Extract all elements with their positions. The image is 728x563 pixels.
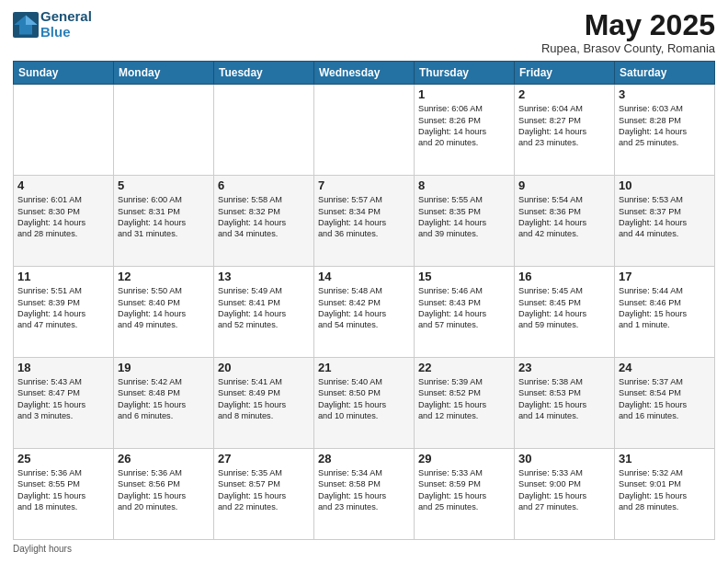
day-number: 20 [218,361,310,374]
day-number: 22 [418,361,510,374]
calendar-cell: 15Sunrise: 5:46 AM Sunset: 8:43 PM Dayli… [415,267,515,358]
calendar-table: Sunday Monday Tuesday Wednesday Thursday… [13,61,715,540]
logo: General Blue [13,9,92,40]
day-number: 21 [318,361,410,374]
day-info: Sunrise: 5:36 AM Sunset: 8:56 PM Dayligh… [118,467,210,513]
footer-note: Daylight hours [13,544,715,554]
calendar-cell [114,85,214,176]
calendar-cell: 12Sunrise: 5:50 AM Sunset: 8:40 PM Dayli… [114,267,214,358]
day-info: Sunrise: 5:32 AM Sunset: 9:01 PM Dayligh… [619,467,711,513]
col-friday: Friday [515,62,615,85]
day-number: 2 [518,87,610,101]
month-title: May 2025 [541,9,715,41]
day-info: Sunrise: 6:03 AM Sunset: 8:28 PM Dayligh… [619,103,711,149]
day-info: Sunrise: 5:34 AM Sunset: 8:58 PM Dayligh… [318,467,410,513]
calendar-cell: 27Sunrise: 5:35 AM Sunset: 8:57 PM Dayli… [214,449,314,540]
day-info: Sunrise: 5:58 AM Sunset: 8:32 PM Dayligh… [218,194,310,240]
week-row-2: 4Sunrise: 6:01 AM Sunset: 8:30 PM Daylig… [14,176,715,267]
week-row-1: 1Sunrise: 6:06 AM Sunset: 8:26 PM Daylig… [14,85,715,176]
calendar-cell: 1Sunrise: 6:06 AM Sunset: 8:26 PM Daylig… [415,85,515,176]
col-saturday: Saturday [615,62,715,85]
calendar-cell [14,85,114,176]
day-info: Sunrise: 5:43 AM Sunset: 8:47 PM Dayligh… [17,376,109,422]
day-number: 10 [619,178,711,192]
day-info: Sunrise: 5:50 AM Sunset: 8:40 PM Dayligh… [118,285,210,331]
day-number: 5 [118,178,210,192]
calendar-cell [214,85,314,176]
day-info: Sunrise: 6:06 AM Sunset: 8:26 PM Dayligh… [418,103,510,149]
subtitle: Rupea, Brasov County, Romania [541,41,715,55]
calendar-cell: 19Sunrise: 5:42 AM Sunset: 8:48 PM Dayli… [114,358,214,449]
header-row: Sunday Monday Tuesday Wednesday Thursday… [14,62,715,85]
day-number: 16 [518,270,610,283]
week-row-4: 18Sunrise: 5:43 AM Sunset: 8:47 PM Dayli… [14,358,715,449]
day-number: 14 [318,270,410,283]
day-number: 27 [218,452,310,465]
day-info: Sunrise: 5:37 AM Sunset: 8:54 PM Dayligh… [619,376,711,422]
week-row-5: 25Sunrise: 5:36 AM Sunset: 8:55 PM Dayli… [14,449,715,540]
day-info: Sunrise: 5:55 AM Sunset: 8:35 PM Dayligh… [418,194,510,240]
col-thursday: Thursday [415,62,515,85]
day-info: Sunrise: 5:35 AM Sunset: 8:57 PM Dayligh… [218,467,310,513]
day-number: 24 [619,361,711,374]
calendar-cell: 4Sunrise: 6:01 AM Sunset: 8:30 PM Daylig… [14,176,114,267]
day-info: Sunrise: 5:36 AM Sunset: 8:55 PM Dayligh… [17,467,109,513]
day-info: Sunrise: 5:45 AM Sunset: 8:45 PM Dayligh… [518,285,610,331]
day-info: Sunrise: 5:33 AM Sunset: 8:59 PM Dayligh… [418,467,510,513]
calendar-cell: 11Sunrise: 5:51 AM Sunset: 8:39 PM Dayli… [14,267,114,358]
day-number: 29 [418,452,510,465]
day-number: 13 [218,270,310,283]
day-info: Sunrise: 5:40 AM Sunset: 8:50 PM Dayligh… [318,376,410,422]
day-info: Sunrise: 5:48 AM Sunset: 8:42 PM Dayligh… [318,285,410,331]
page: General Blue May 2025 Rupea, Brasov Coun… [0,0,728,563]
calendar-cell: 29Sunrise: 5:33 AM Sunset: 8:59 PM Dayli… [415,449,515,540]
day-number: 25 [17,452,109,465]
calendar-cell: 7Sunrise: 5:57 AM Sunset: 8:34 PM Daylig… [314,176,415,267]
day-number: 28 [318,452,410,465]
day-number: 8 [418,178,510,192]
col-wednesday: Wednesday [314,62,415,85]
col-sunday: Sunday [14,62,114,85]
day-info: Sunrise: 6:01 AM Sunset: 8:30 PM Dayligh… [17,194,109,240]
day-info: Sunrise: 5:54 AM Sunset: 8:36 PM Dayligh… [518,194,610,240]
day-number: 26 [118,452,210,465]
day-number: 12 [118,270,210,283]
calendar-cell: 2Sunrise: 6:04 AM Sunset: 8:27 PM Daylig… [515,85,615,176]
day-number: 9 [518,178,610,192]
col-tuesday: Tuesday [214,62,314,85]
day-info: Sunrise: 5:33 AM Sunset: 9:00 PM Dayligh… [518,467,610,513]
header: General Blue May 2025 Rupea, Brasov Coun… [13,9,715,55]
calendar-cell: 13Sunrise: 5:49 AM Sunset: 8:41 PM Dayli… [214,267,314,358]
day-number: 1 [418,87,510,101]
day-number: 19 [118,361,210,374]
calendar-cell: 22Sunrise: 5:39 AM Sunset: 8:52 PM Dayli… [415,358,515,449]
day-number: 4 [17,178,109,192]
day-info: Sunrise: 5:39 AM Sunset: 8:52 PM Dayligh… [418,376,510,422]
day-info: Sunrise: 5:42 AM Sunset: 8:48 PM Dayligh… [118,376,210,422]
calendar-cell: 20Sunrise: 5:41 AM Sunset: 8:49 PM Dayli… [214,358,314,449]
day-number: 15 [418,270,510,283]
day-info: Sunrise: 5:51 AM Sunset: 8:39 PM Dayligh… [17,285,109,331]
day-number: 17 [619,270,711,283]
calendar-cell: 25Sunrise: 5:36 AM Sunset: 8:55 PM Dayli… [14,449,114,540]
day-number: 11 [17,270,109,283]
day-info: Sunrise: 5:41 AM Sunset: 8:49 PM Dayligh… [218,376,310,422]
day-number: 3 [619,87,711,101]
day-number: 18 [17,361,109,374]
day-number: 30 [518,452,610,465]
day-info: Sunrise: 5:53 AM Sunset: 8:37 PM Dayligh… [619,194,711,240]
calendar-cell: 18Sunrise: 5:43 AM Sunset: 8:47 PM Dayli… [14,358,114,449]
calendar-cell: 21Sunrise: 5:40 AM Sunset: 8:50 PM Dayli… [314,358,415,449]
calendar-cell: 17Sunrise: 5:44 AM Sunset: 8:46 PM Dayli… [615,267,715,358]
day-info: Sunrise: 5:46 AM Sunset: 8:43 PM Dayligh… [418,285,510,331]
calendar-cell: 24Sunrise: 5:37 AM Sunset: 8:54 PM Dayli… [615,358,715,449]
day-number: 31 [619,452,711,465]
title-area: May 2025 Rupea, Brasov County, Romania [541,9,715,55]
calendar-cell: 23Sunrise: 5:38 AM Sunset: 8:53 PM Dayli… [515,358,615,449]
logo-text: General Blue [40,9,92,40]
day-info: Sunrise: 5:44 AM Sunset: 8:46 PM Dayligh… [619,285,711,331]
calendar-cell: 28Sunrise: 5:34 AM Sunset: 8:58 PM Dayli… [314,449,415,540]
calendar-cell: 6Sunrise: 5:58 AM Sunset: 8:32 PM Daylig… [214,176,314,267]
day-info: Sunrise: 6:04 AM Sunset: 8:27 PM Dayligh… [518,103,610,149]
calendar-cell: 5Sunrise: 6:00 AM Sunset: 8:31 PM Daylig… [114,176,214,267]
